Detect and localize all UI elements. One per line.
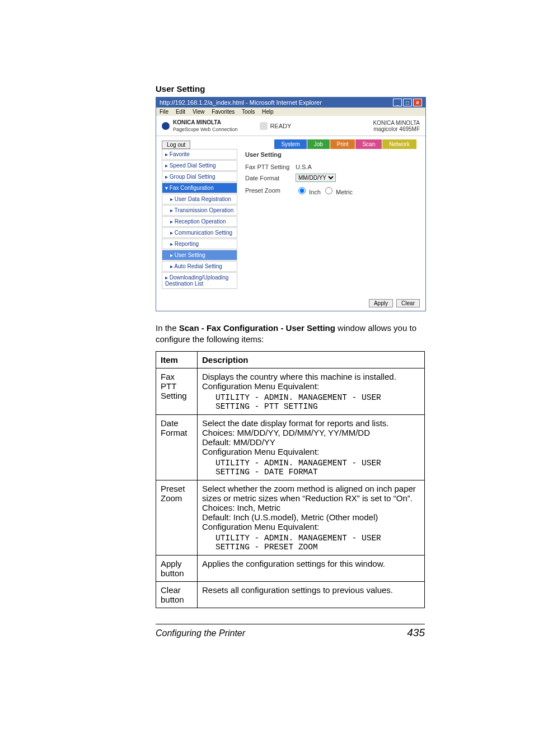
panel-title: User Setting <box>245 151 420 158</box>
cell-item: Apply button <box>156 555 198 581</box>
brand-logo: KONICA MINOLTA PageScope Web Connection <box>162 119 237 132</box>
tab-system[interactable]: System <box>274 139 306 149</box>
menu-view[interactable]: View <box>193 109 205 115</box>
tab-print[interactable]: Print <box>330 139 355 149</box>
status-ready: READY <box>260 122 291 130</box>
table-row: Clear button Resets all configuration se… <box>156 581 425 608</box>
screenshot-window: http://192.168.1.2/a_index.html - Micros… <box>156 97 426 311</box>
sidebar-item-rx-operation[interactable]: ▸ Reception Operation <box>162 216 237 227</box>
logo-icon <box>162 122 170 130</box>
maximize-icon[interactable]: □ <box>403 99 412 106</box>
printer-icon <box>260 122 268 130</box>
th-item: Item <box>156 351 198 368</box>
menu-help[interactable]: Help <box>262 109 274 115</box>
close-icon[interactable]: × <box>413 99 422 106</box>
sidebar-item-speed-dial[interactable]: ▸ Speed Dial Setting <box>162 160 237 171</box>
cell-desc: Select whether the zoom method is aligne… <box>197 480 424 555</box>
sidebar-item-user-data-reg[interactable]: ▸ User Data Registration <box>162 194 237 204</box>
label-fax-ptt: Fax PTT Setting <box>245 164 296 170</box>
cell-item: Date Format <box>156 414 198 480</box>
th-description: Description <box>197 351 424 368</box>
ie-menubar: File Edit View Favorites Tools Help <box>156 108 425 116</box>
tab-network[interactable]: Network <box>382 139 416 149</box>
sidebar-item-favorite[interactable]: ▸ Favorite <box>162 149 237 160</box>
minimize-icon[interactable]: _ <box>393 99 402 106</box>
sidebar-item-download-upload[interactable]: ▸ Downloading/Uploading Destination List <box>162 272 237 289</box>
cell-item: Fax PTT Setting <box>156 368 198 414</box>
cell-desc: Applies the configuration settings for t… <box>197 555 424 581</box>
sidebar-item-group-dial[interactable]: ▸ Group Dial Setting <box>162 171 237 182</box>
ie-titlebar: http://192.168.1.2/a_index.html - Micros… <box>156 97 425 108</box>
radio-metric[interactable]: Metric <box>322 185 353 195</box>
product-name: PageScope Web Connection <box>173 127 237 132</box>
sidebar-item-auto-redial[interactable]: ▸ Auto Redial Setting <box>162 261 237 272</box>
table-row: Fax PTT Setting Displays the country whe… <box>156 368 425 414</box>
table-row: Date Format Select the date display form… <box>156 414 425 480</box>
label-preset-zoom: Preset Zoom <box>245 187 296 194</box>
table-row: Preset Zoom Select whether the zoom meth… <box>156 480 425 555</box>
table-row: Apply button Applies the configuration s… <box>156 555 425 581</box>
page-number: 435 <box>407 627 425 639</box>
logout-button[interactable]: Log out <box>162 141 190 149</box>
section-heading: User Setting <box>156 84 425 94</box>
menu-favorites[interactable]: Favorites <box>212 109 235 115</box>
value-fax-ptt: U.S.A <box>296 164 312 170</box>
cell-desc: Select the date display format for repor… <box>197 414 424 480</box>
sidebar-item-fax-config[interactable]: ▾ Fax Configuration <box>162 183 237 193</box>
ready-label: READY <box>270 123 291 129</box>
ie-title: http://192.168.1.2/a_index.html - Micros… <box>160 99 322 106</box>
menu-file[interactable]: File <box>160 109 168 115</box>
footer-title: Configuring the Printer <box>156 628 245 638</box>
label-date-format: Date Format <box>245 175 296 181</box>
clear-button[interactable]: Clear <box>396 299 420 307</box>
select-date-format[interactable]: MM/DD/YY <box>296 174 336 182</box>
menu-edit[interactable]: Edit <box>176 109 185 115</box>
cell-desc: Displays the country where this machine … <box>197 368 424 414</box>
sidebar-item-reporting[interactable]: ▸ Reporting <box>162 239 237 249</box>
tab-job[interactable]: Job <box>307 139 330 149</box>
sidebar-item-comm-setting[interactable]: ▸ Communication Setting <box>162 227 237 238</box>
brand-name: KONICA MINOLTA <box>173 119 237 125</box>
sidebar-item-user-setting[interactable]: ▸ User Setting <box>162 250 237 260</box>
sidebar-item-tx-operation[interactable]: ▸ Transmission Operation <box>162 205 237 216</box>
device-model: magicolor 4695MF <box>373 126 420 132</box>
menu-tools[interactable]: Tools <box>242 109 255 115</box>
cell-item: Clear button <box>156 581 198 608</box>
apply-button[interactable]: Apply <box>369 299 393 307</box>
radio-inch[interactable]: Inch <box>296 185 321 195</box>
cell-desc: Resets all configuration settings to pre… <box>197 581 424 608</box>
device-brand: KONICA MINOLTA <box>373 120 420 126</box>
settings-table: Item Description Fax PTT Setting Display… <box>156 351 425 608</box>
cell-item: Preset Zoom <box>156 480 198 555</box>
lead-paragraph: In the Scan - Fax Configuration - User S… <box>156 323 425 346</box>
tab-scan[interactable]: Scan <box>355 139 382 149</box>
